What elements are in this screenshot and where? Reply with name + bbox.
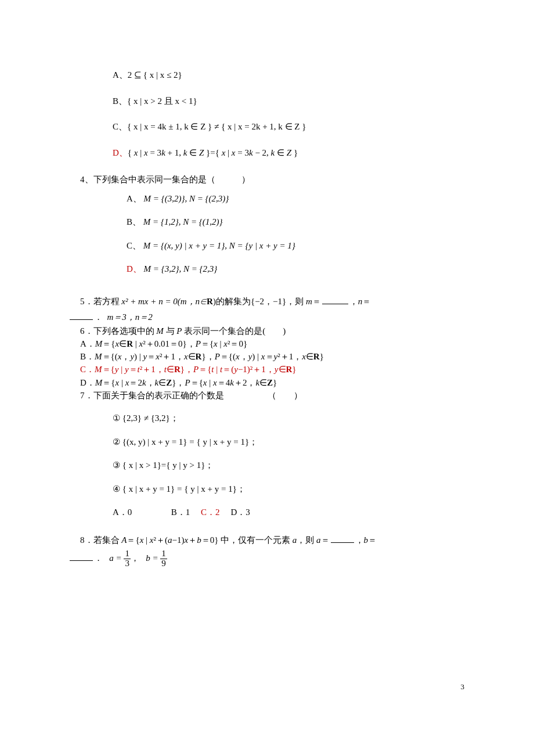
q7-item-3: ③ { x | x > 1}={ y | y > 1}； bbox=[113, 459, 459, 472]
q6-stem: 6．下列各选项中的 M 与 P 表示同一个集合的是( ) bbox=[80, 325, 459, 337]
option-prefix: C、 bbox=[127, 241, 141, 250]
q6-pre: 6．下列各选项中的 bbox=[80, 326, 156, 336]
q8-a: a bbox=[316, 535, 321, 545]
q3-option-D: D、{ x | x = 3k + 1, k ∈ Z }={ x | x = 3k… bbox=[113, 146, 459, 160]
q5-period: ． bbox=[94, 312, 103, 322]
q8-eq2: ＝ bbox=[368, 535, 377, 545]
num: 1 bbox=[124, 549, 131, 559]
q6-option-C: C．M＝{y | y＝t²＋1，t∈R}，P＝{t | t＝(y−1)²＋1，y… bbox=[80, 363, 459, 375]
blank-n bbox=[70, 311, 93, 320]
option-text: A．M＝{x∈R | x²＋0.01＝0}，P＝{x | x²＝0} bbox=[80, 339, 247, 348]
q3-option-C: C、{ x | x = 4k ± 1, k ∈ Z } ≠ { x | x = … bbox=[113, 120, 459, 134]
q8-ans-b-pre: b = bbox=[146, 553, 160, 563]
option-text: { x | x = 3k + 1, k ∈ Z }={ x | x = 3k −… bbox=[128, 148, 298, 157]
q5-eq1: ＝ bbox=[312, 297, 321, 306]
q7-item-2: ② {(x, y) | x + y = 1} = { y | x + y = 1… bbox=[113, 435, 459, 449]
q7-item-4: ④ { x | x + y = 1} = { y | x + y = 1}； bbox=[113, 483, 459, 496]
q6-option-A: A．M＝{x∈R | x²＋0.01＝0}，P＝{x | x²＝0} bbox=[80, 338, 459, 350]
q5-answer: m＝3，n＝2 bbox=[107, 312, 153, 322]
option-text: B、{ x | x > 2 且 x < 1} bbox=[113, 96, 197, 106]
q7-A: A．0 bbox=[113, 507, 132, 517]
frac-1-9: 19 bbox=[160, 549, 167, 568]
item-text: ③ { x | x > 1}={ y | y > 1}； bbox=[113, 460, 214, 470]
q3-option-B: B、{ x | x > 2 且 x < 1} bbox=[113, 95, 459, 108]
q5-comma: ， bbox=[349, 297, 358, 306]
q4-stem: 4、下列集合中表示同一集合的是（ ） bbox=[80, 173, 459, 186]
q8-comma: ， bbox=[355, 535, 364, 545]
stem-text: 4、下列集合中表示同一集合的是（ ） bbox=[80, 175, 250, 184]
option-text: M = {1,2}, N = {(1,2)} bbox=[143, 217, 223, 226]
den: 9 bbox=[160, 559, 167, 568]
q8-stem: 8．若集合 A＝{x | x²＋(a−1)x＋b＝0} 中，仅有一个元素 a，则… bbox=[80, 534, 459, 546]
q8-eq1: ＝ bbox=[321, 535, 330, 545]
option-prefix: D、 bbox=[127, 264, 142, 273]
option-prefix: D、 bbox=[113, 148, 128, 157]
q7-B: B．1 bbox=[171, 507, 190, 517]
q8-ans-sep: ， bbox=[131, 553, 139, 563]
q4-option-A: A、 M = {(3,2)}, N = {(2,3)} bbox=[127, 192, 459, 206]
q5-mid1: x² + mx + n = 0(m，n∈ bbox=[121, 297, 207, 306]
q7-options: A．0 B．1 C．2 D．3 bbox=[113, 506, 459, 519]
den: 3 bbox=[124, 559, 131, 568]
q4-option-D: D、 M = {3,2}, N = {2,3} bbox=[127, 262, 459, 276]
blank-a bbox=[331, 534, 354, 543]
q8-ans-a-pre: a = bbox=[109, 553, 124, 563]
option-text: M = {(x, y) | x + y = 1}, N = {y | x + y… bbox=[143, 241, 295, 250]
q5-eq2: ＝ bbox=[362, 297, 371, 306]
stem-text: 7．下面关于集合的表示正确的个数是 （ ） bbox=[80, 391, 302, 400]
item-text: ② {(x, y) | x + y = 1} = { y | x + y = 1… bbox=[113, 437, 258, 447]
q8-period: ． bbox=[94, 553, 103, 563]
q7-stem: 7．下面关于集合的表示正确的个数是 （ ） bbox=[80, 390, 459, 401]
option-text: B．M＝{(x，y) | y＝x²＋1，x∈R}，P＝{(x，y) | x＝y²… bbox=[80, 352, 324, 361]
q5-line2: ． m＝3，n＝2 bbox=[68, 311, 459, 324]
option-prefix: B、 bbox=[127, 217, 141, 226]
q6-option-B: B．M＝{(x，y) | y＝x²＋1，x∈R}，P＝{(x，y) | x＝y²… bbox=[80, 351, 459, 362]
q5-stem: 5．若方程 x² + mx + n = 0(m，n∈R)的解集为{−2，−1}，… bbox=[80, 296, 459, 308]
q8-pre: 8．若集合 A＝{x | x²＋(a−1)x＋b＝0} 中，仅有一个元素 a，则 bbox=[80, 535, 316, 545]
option-text: D．M＝{x | x＝2k，k∈Z}，P＝{x | x＝4k＋2，k∈Z} bbox=[80, 378, 277, 387]
blank-m bbox=[322, 296, 348, 304]
item-text: ④ { x | x + y = 1} = { y | x + y = 1}； bbox=[113, 484, 246, 494]
q6-tail: 表示同一个集合的是( ) bbox=[182, 326, 286, 336]
option-text: M = {(3,2)}, N = {(2,3)} bbox=[144, 194, 229, 203]
option-prefix: A、 bbox=[127, 194, 142, 203]
q5-pre: 5．若方程 bbox=[80, 297, 121, 306]
q7-C: C．2 bbox=[201, 507, 220, 517]
option-text: M = {3,2}, N = {2,3} bbox=[144, 264, 218, 273]
q6-option-D: D．M＝{x | x＝2k，k∈Z}，P＝{x | x＝4k＋2，k∈Z} bbox=[80, 377, 459, 388]
num: 1 bbox=[160, 549, 167, 559]
blank-b bbox=[70, 552, 93, 560]
q4-option-C: C、 M = {(x, y) | x + y = 1}, N = {y | x … bbox=[127, 239, 459, 253]
q8-b: b bbox=[364, 535, 369, 545]
q5-R: R bbox=[207, 297, 213, 306]
q7-item-1: ① {2,3} ≠ {3,2}； bbox=[113, 412, 459, 425]
q5-mid2: )的解集为{−2，−1}，则 bbox=[213, 297, 306, 306]
q8-line2: ． a = 13， b = 19 bbox=[68, 549, 459, 568]
q4-option-B: B、 M = {1,2}, N = {(1,2)} bbox=[127, 215, 459, 229]
q5-m: m bbox=[306, 297, 312, 306]
frac-1-3: 13 bbox=[124, 549, 131, 568]
page-number: 3 bbox=[461, 681, 465, 693]
q3-option-A: A、2 ⊆ { x | x ≤ 2} bbox=[113, 69, 459, 82]
q6-M: M bbox=[156, 326, 164, 336]
q6-mid: 与 bbox=[164, 326, 177, 336]
option-text: A、2 ⊆ { x | x ≤ 2} bbox=[113, 70, 182, 80]
option-text: C、{ x | x = 4k ± 1, k ∈ Z } ≠ { x | x = … bbox=[113, 122, 306, 131]
option-text: C．M＝{y | y＝t²＋1，t∈R}，P＝{t | t＝(y−1)²＋1，y… bbox=[80, 365, 297, 374]
q7-D: D．3 bbox=[230, 507, 250, 517]
item-text: ① {2,3} ≠ {3,2}； bbox=[113, 413, 179, 423]
